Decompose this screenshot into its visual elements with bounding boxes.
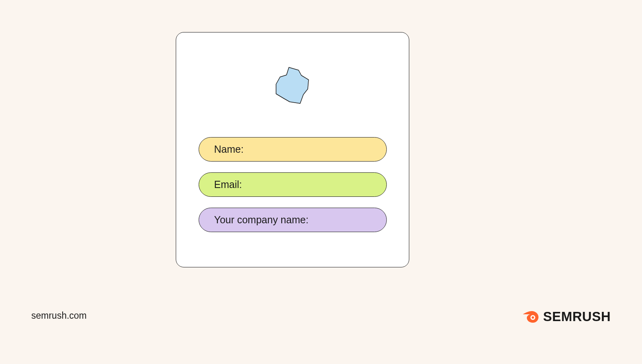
company-field-label: Your company name: [214,214,309,226]
email-field-label: Email: [214,179,242,190]
brand-logo: SEMRUSH [522,309,611,324]
form-fields: Name: Email: Your company name: [199,137,387,232]
name-field-label: Name: [214,144,244,155]
company-field[interactable]: Your company name: [199,208,387,232]
form-card: Name: Email: Your company name: [176,32,409,267]
footer-site-url: semrush.com [31,310,87,321]
svg-point-1 [532,316,534,319]
brand-name: SEMRUSH [543,309,611,324]
name-field[interactable]: Name: [199,137,387,162]
decorative-blob-icon [270,67,315,107]
brand-flame-icon [522,310,539,324]
email-field[interactable]: Email: [199,172,387,197]
